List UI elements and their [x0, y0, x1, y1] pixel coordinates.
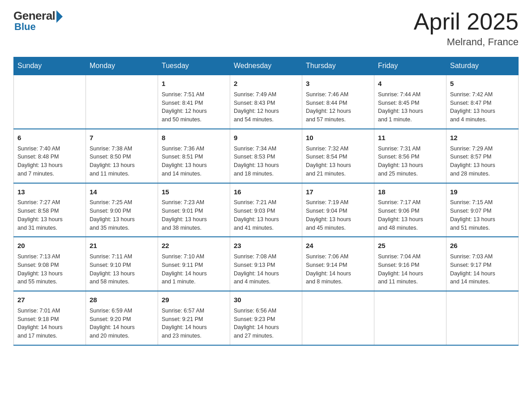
day-number: 8: [162, 133, 226, 143]
table-row: 25Sunrise: 7:04 AMSunset: 9:16 PMDayligh…: [374, 237, 446, 291]
day-info: Sunrise: 7:01 AMSunset: 9:18 PMDaylight:…: [17, 307, 82, 340]
calendar-table: Sunday Monday Tuesday Wednesday Thursday…: [13, 57, 519, 346]
col-wednesday: Wednesday: [230, 57, 302, 75]
day-number: 13: [17, 187, 82, 197]
day-info: Sunrise: 7:21 AMSunset: 9:03 PMDaylight:…: [234, 198, 298, 232]
day-number: 11: [378, 133, 442, 143]
col-thursday: Thursday: [302, 57, 374, 75]
day-number: 1: [162, 79, 226, 89]
day-info: Sunrise: 7:42 AMSunset: 8:47 PMDaylight:…: [450, 90, 515, 124]
table-row: 27Sunrise: 7:01 AMSunset: 9:18 PMDayligh…: [14, 291, 86, 345]
day-number: 9: [234, 133, 298, 143]
day-number: 18: [378, 187, 442, 197]
calendar-week-row: 27Sunrise: 7:01 AMSunset: 9:18 PMDayligh…: [14, 291, 519, 345]
col-sunday: Sunday: [14, 57, 86, 75]
day-info: Sunrise: 7:08 AMSunset: 9:13 PMDaylight:…: [234, 253, 298, 286]
day-number: 7: [90, 133, 154, 143]
day-info: Sunrise: 7:32 AMSunset: 8:54 PMDaylight:…: [306, 145, 370, 178]
day-info: Sunrise: 7:13 AMSunset: 9:08 PMDaylight:…: [17, 253, 82, 286]
table-row: 20Sunrise: 7:13 AMSunset: 9:08 PMDayligh…: [14, 237, 86, 291]
page-header: General Blue April 2025 Melrand, France: [13, 9, 519, 48]
day-number: 29: [162, 295, 226, 305]
day-number: 10: [306, 133, 370, 143]
day-info: Sunrise: 7:11 AMSunset: 9:10 PMDaylight:…: [90, 253, 154, 286]
table-row: 13Sunrise: 7:27 AMSunset: 8:58 PMDayligh…: [14, 183, 86, 237]
table-row: 7Sunrise: 7:38 AMSunset: 8:50 PMDaylight…: [86, 129, 158, 183]
day-info: Sunrise: 6:57 AMSunset: 9:21 PMDaylight:…: [162, 307, 226, 340]
calendar-week-row: 6Sunrise: 7:40 AMSunset: 8:48 PMDaylight…: [14, 129, 519, 183]
table-row: [302, 291, 374, 345]
day-number: 16: [234, 187, 298, 197]
table-row: 21Sunrise: 7:11 AMSunset: 9:10 PMDayligh…: [86, 237, 158, 291]
day-info: Sunrise: 7:23 AMSunset: 9:01 PMDaylight:…: [162, 198, 226, 232]
col-saturday: Saturday: [446, 57, 519, 75]
day-info: Sunrise: 7:51 AMSunset: 8:41 PMDaylight:…: [162, 90, 226, 124]
day-number: 23: [234, 241, 298, 251]
day-number: 6: [17, 133, 82, 143]
table-row: 24Sunrise: 7:06 AMSunset: 9:14 PMDayligh…: [302, 237, 374, 291]
table-row: 29Sunrise: 6:57 AMSunset: 9:21 PMDayligh…: [158, 291, 230, 345]
calendar-week-row: 13Sunrise: 7:27 AMSunset: 8:58 PMDayligh…: [14, 183, 519, 237]
day-number: 4: [378, 79, 442, 89]
table-row: 11Sunrise: 7:31 AMSunset: 8:56 PMDayligh…: [374, 129, 446, 183]
day-number: 25: [378, 241, 442, 251]
day-info: Sunrise: 7:46 AMSunset: 8:44 PMDaylight:…: [306, 90, 370, 124]
day-number: 28: [90, 295, 154, 305]
day-info: Sunrise: 7:34 AMSunset: 8:53 PMDaylight:…: [234, 145, 298, 178]
table-row: 18Sunrise: 7:17 AMSunset: 9:06 PMDayligh…: [374, 183, 446, 237]
day-number: 24: [306, 241, 370, 251]
logo-triangle-icon: [56, 10, 63, 23]
day-number: 26: [450, 241, 515, 251]
day-number: 14: [90, 187, 154, 197]
day-number: 20: [17, 241, 82, 251]
calendar-title: April 2025: [414, 9, 519, 34]
day-info: Sunrise: 7:10 AMSunset: 9:11 PMDaylight:…: [162, 253, 226, 286]
day-number: 21: [90, 241, 154, 251]
table-row: 3Sunrise: 7:46 AMSunset: 8:44 PMDaylight…: [302, 75, 374, 129]
table-row: 4Sunrise: 7:44 AMSunset: 8:45 PMDaylight…: [374, 75, 446, 129]
logo: General Blue: [13, 9, 63, 33]
table-row: 9Sunrise: 7:34 AMSunset: 8:53 PMDaylight…: [230, 129, 302, 183]
day-info: Sunrise: 7:04 AMSunset: 9:16 PMDaylight:…: [378, 253, 442, 286]
table-row: [14, 75, 86, 129]
calendar-week-row: 1Sunrise: 7:51 AMSunset: 8:41 PMDaylight…: [14, 75, 519, 129]
col-friday: Friday: [374, 57, 446, 75]
day-info: Sunrise: 7:29 AMSunset: 8:57 PMDaylight:…: [450, 145, 515, 178]
table-row: 22Sunrise: 7:10 AMSunset: 9:11 PMDayligh…: [158, 237, 230, 291]
table-row: 28Sunrise: 6:59 AMSunset: 9:20 PMDayligh…: [86, 291, 158, 345]
col-monday: Monday: [86, 57, 158, 75]
table-row: 14Sunrise: 7:25 AMSunset: 9:00 PMDayligh…: [86, 183, 158, 237]
table-row: 17Sunrise: 7:19 AMSunset: 9:04 PMDayligh…: [302, 183, 374, 237]
table-row: 16Sunrise: 7:21 AMSunset: 9:03 PMDayligh…: [230, 183, 302, 237]
day-number: 5: [450, 79, 515, 89]
day-info: Sunrise: 7:49 AMSunset: 8:43 PMDaylight:…: [234, 90, 298, 124]
day-number: 17: [306, 187, 370, 197]
day-info: Sunrise: 6:56 AMSunset: 9:23 PMDaylight:…: [234, 307, 298, 340]
table-row: 15Sunrise: 7:23 AMSunset: 9:01 PMDayligh…: [158, 183, 230, 237]
col-tuesday: Tuesday: [158, 57, 230, 75]
table-row: 5Sunrise: 7:42 AMSunset: 8:47 PMDaylight…: [446, 75, 519, 129]
day-info: Sunrise: 7:17 AMSunset: 9:06 PMDaylight:…: [378, 198, 442, 232]
title-block: April 2025 Melrand, France: [414, 9, 519, 48]
calendar-location: Melrand, France: [414, 36, 519, 48]
day-number: 3: [306, 79, 370, 89]
day-info: Sunrise: 7:06 AMSunset: 9:14 PMDaylight:…: [306, 253, 370, 286]
day-info: Sunrise: 7:19 AMSunset: 9:04 PMDaylight:…: [306, 198, 370, 232]
calendar-week-row: 20Sunrise: 7:13 AMSunset: 9:08 PMDayligh…: [14, 237, 519, 291]
table-row: 12Sunrise: 7:29 AMSunset: 8:57 PMDayligh…: [446, 129, 519, 183]
day-info: Sunrise: 7:25 AMSunset: 9:00 PMDaylight:…: [90, 198, 154, 232]
table-row: [86, 75, 158, 129]
day-number: 19: [450, 187, 515, 197]
table-row: 19Sunrise: 7:15 AMSunset: 9:07 PMDayligh…: [446, 183, 519, 237]
day-info: Sunrise: 7:44 AMSunset: 8:45 PMDaylight:…: [378, 90, 442, 124]
day-info: Sunrise: 7:27 AMSunset: 8:58 PMDaylight:…: [17, 198, 82, 232]
table-row: 23Sunrise: 7:08 AMSunset: 9:13 PMDayligh…: [230, 237, 302, 291]
table-row: 26Sunrise: 7:03 AMSunset: 9:17 PMDayligh…: [446, 237, 519, 291]
day-info: Sunrise: 7:31 AMSunset: 8:56 PMDaylight:…: [378, 145, 442, 178]
day-info: Sunrise: 7:15 AMSunset: 9:07 PMDaylight:…: [450, 198, 515, 232]
day-number: 2: [234, 79, 298, 89]
day-info: Sunrise: 7:03 AMSunset: 9:17 PMDaylight:…: [450, 253, 515, 286]
table-row: 6Sunrise: 7:40 AMSunset: 8:48 PMDaylight…: [14, 129, 86, 183]
table-row: 30Sunrise: 6:56 AMSunset: 9:23 PMDayligh…: [230, 291, 302, 345]
day-info: Sunrise: 7:36 AMSunset: 8:51 PMDaylight:…: [162, 145, 226, 178]
